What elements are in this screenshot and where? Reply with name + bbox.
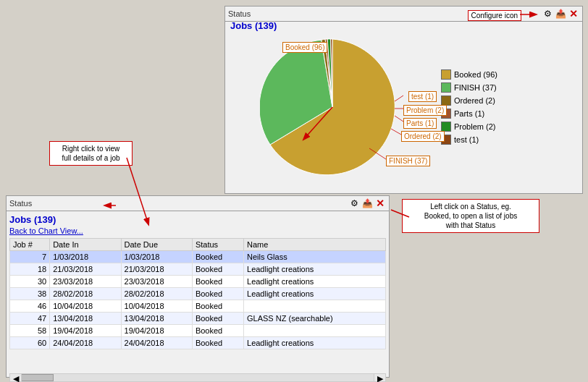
table-row[interactable]: 38 28/02/2018 28/02/2018 Booked Leadligh… [10,288,386,300]
table-header-row: Job # Date In Date Due Status Name [10,239,386,251]
cell-datein: 24/04/2018 [50,337,121,349]
right-click-text: Right click to viewfull details of a job [62,145,119,162]
cell-status: Booked [192,300,243,313]
pie-chart [260,35,405,179]
cell-job: 60 [10,337,50,349]
table-wrapper: Job # Date In Date Due Status Name 7 1/0… [9,238,386,373]
cell-datein: 13/04/2018 [50,313,121,325]
legend-label-booked: Booked (96) [454,70,497,79]
export-icon[interactable]: 📤 [555,8,566,20]
legend-item-booked[interactable]: Booked (96) [441,69,497,80]
cell-status: Booked [192,337,243,349]
top-jobs-title: Jobs (139) [230,20,277,31]
legend-label-ordered: Ordered (2) [454,96,495,105]
legend-swatch-finish [441,82,451,93]
cell-datein: 10/04/2018 [50,300,121,313]
pie-label-ordered: Ordered (2) [401,131,445,142]
close-icon[interactable]: ✕ [568,8,579,20]
legend-label-test: test (1) [454,135,479,144]
cell-name: Neils Glass [244,251,386,263]
table-row[interactable]: 46 10/04/2018 10/04/2018 Booked [10,300,386,313]
cell-job: 46 [10,300,50,313]
back-to-chart-link[interactable]: Back to Chart View... [9,226,386,235]
legend-item-finish[interactable]: FINISH (37) [441,82,497,93]
cell-status: Booked [192,288,243,300]
legend-label-finish: FINISH (37) [454,83,497,92]
cell-job: 47 [10,313,50,325]
cell-name [244,325,386,337]
left-click-annotation: Left click on a Status, eg.Booked, to op… [402,199,539,233]
pie-label-test: test (1) [408,91,437,102]
cell-status: Booked [192,325,243,337]
jobs-table: Job # Date In Date Due Status Name 7 1/0… [9,238,386,349]
cell-status: Booked [192,263,243,276]
cell-job: 30 [10,276,50,288]
legend-item-problem[interactable]: Problem (2) [441,122,497,132]
cell-name: Leadlight creations [244,288,386,300]
legend-item-ordered[interactable]: Ordered (2) [441,96,497,106]
cell-name: GLASS NZ (searchable) [244,313,386,325]
cell-job: 18 [10,263,50,276]
bottom-panel-titlebar: Status ⚙ 📤 ✕ [7,196,389,211]
col-datein: Date In [50,239,121,251]
cell-datedue: 13/04/2018 [121,313,192,325]
scroll-left-btn[interactable]: ◀ [10,374,22,381]
cell-datein: 21/03/2018 [50,263,121,276]
col-datedue: Date Due [121,239,192,251]
cell-name: Leadlight creations [244,263,386,276]
cell-name [244,300,386,313]
col-name: Name [244,239,386,251]
col-job: Job # [10,239,50,251]
table-row[interactable]: 18 21/03/2018 21/03/2018 Booked Leadligh… [10,263,386,276]
bottom-panel-title: Status [9,199,32,208]
legend-swatch-booked [441,69,451,80]
cell-status: Booked [192,276,243,288]
bottom-configure-icon[interactable]: ⚙ [348,198,360,209]
table-row[interactable]: 7 1/03/2018 1/03/2018 Booked Neils Glass [10,251,386,263]
legend-item-test[interactable]: test (1) [441,135,497,145]
bottom-export-icon[interactable]: 📤 [361,198,373,209]
top-panel-icons: ⚙ 📤 ✕ [542,8,579,20]
table-row[interactable]: 58 19/04/2018 19/04/2018 Booked [10,325,386,337]
legend-label-problem: Problem (2) [454,122,495,131]
table-row[interactable]: 47 13/04/2018 13/04/2018 Booked GLASS NZ… [10,313,386,325]
left-click-text: Left click on a Status, eg.Booked, to op… [424,203,517,229]
cell-datein: 28/02/2018 [50,288,121,300]
scroll-right-btn[interactable]: ▶ [374,374,385,381]
cell-name: Leadlight creations [244,337,386,349]
bottom-close-icon[interactable]: ✕ [374,198,386,209]
cell-datein: 19/04/2018 [50,325,121,337]
legend-swatch-ordered [441,96,451,106]
cell-datedue: 28/02/2018 [121,288,192,300]
table-row[interactable]: 60 24/04/2018 24/04/2018 Booked Leadligh… [10,337,386,349]
pie-label-parts: Parts (1) [403,118,437,129]
legend-swatch-problem [441,122,451,132]
cell-name: Leadlight creations [244,276,386,288]
cell-datedue: 1/03/2018 [121,251,192,263]
cell-datedue: 21/03/2018 [121,263,192,276]
bottom-panel-content: Jobs (139) Back to Chart View... Job # D… [7,211,389,382]
top-panel-titlebar: Status ⚙ 📤 ✕ [225,7,582,22]
cell-datedue: 10/04/2018 [121,300,192,313]
legend-item-parts[interactable]: Parts (1) [441,109,497,119]
bottom-title-row: Jobs (139) [9,214,386,225]
bottom-panel-icons: ⚙ 📤 ✕ [348,198,386,209]
horizontal-scrollbar[interactable]: ▶ ◀ [9,373,386,382]
configure-icon[interactable]: ⚙ [542,8,553,20]
bottom-status-panel: Status ⚙ 📤 ✕ Jobs (139) Back to Chart Vi… [6,195,390,378]
table-header: Job # Date In Date Due Status Name [10,239,386,251]
cell-status: Booked [192,313,243,325]
pie-label-problem: Problem (2) [403,105,447,116]
pie-label-finish: FINISH (37) [386,156,430,166]
cell-job: 38 [10,288,50,300]
cell-datein: 1/03/2018 [50,251,121,263]
cell-datedue: 24/04/2018 [121,337,192,349]
table-row[interactable]: 30 23/03/2018 23/03/2018 Booked Leadligh… [10,276,386,288]
legend-label-parts: Parts (1) [454,109,484,118]
pie-label-booked: Booked (96) [282,42,327,53]
cell-job: 58 [10,325,50,337]
cell-job: 7 [10,251,50,263]
table-body: 7 1/03/2018 1/03/2018 Booked Neils Glass… [10,251,386,349]
top-panel-title: Status [228,9,251,18]
bottom-jobs-title: Jobs (139) [9,214,56,225]
